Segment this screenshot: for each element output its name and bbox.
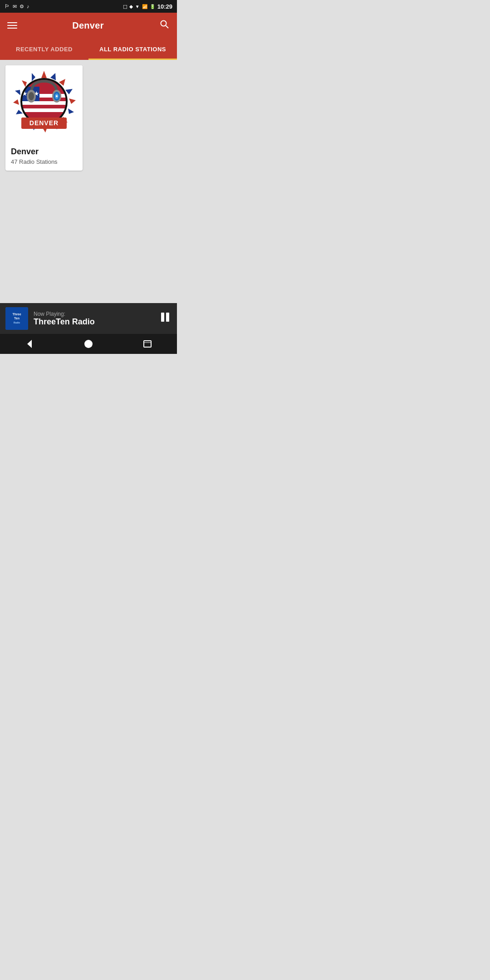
denver-logo-svg: ★★★ ★★ [8, 68, 80, 140]
now-playing-title: ThreeTen Radio [34, 317, 153, 327]
now-playing-thumbnail: Three Ten Radio [5, 307, 28, 330]
status-bar: 🏳 ✉ ⚙ ♪ ⬚ ◆ ▼ 📶 🔋 10:29 [0, 0, 177, 13]
svg-text:Three: Three [12, 313, 21, 316]
svg-rect-21 [21, 101, 67, 105]
station-count: 47 Radio Stations [11, 158, 77, 165]
station-card-info: Denver 47 Radio Stations [5, 142, 83, 171]
now-playing-thumb-inner: Three Ten Radio [5, 307, 28, 330]
status-left-icons: 🏳 ✉ ⚙ ♪ [5, 3, 29, 10]
menu-button[interactable] [7, 22, 17, 29]
home-button[interactable] [79, 335, 98, 353]
svg-point-44 [84, 340, 93, 348]
svg-point-33 [29, 92, 34, 100]
svg-marker-13 [16, 110, 23, 114]
status-right-icons: ⬚ ◆ ▼ 📶 🔋 10:29 [123, 3, 172, 10]
app-title: Denver [72, 20, 104, 31]
app-icon-4: ♪ [27, 4, 29, 9]
tab-all-radio-stations[interactable]: ALL RADIO STATIONS [88, 38, 177, 60]
station-card-denver[interactable]: ★★★ ★★ [5, 65, 83, 171]
station-card-image: ★★★ ★★ [5, 65, 83, 142]
svg-point-0 [161, 21, 167, 26]
svg-point-32 [56, 95, 58, 97]
cast-icon: ⬚ [123, 4, 127, 9]
svg-text:Ten: Ten [14, 317, 20, 320]
now-playing-bar[interactable]: Three Ten Radio Now Playing: ThreeTen Ra… [0, 303, 177, 334]
now-playing-info: Now Playing: ThreeTen Radio [34, 311, 153, 327]
app-bar: Denver [0, 13, 177, 38]
svg-rect-42 [166, 313, 169, 322]
svg-text:Radio: Radio [14, 321, 20, 324]
svg-rect-22 [21, 108, 67, 112]
app-icon-2: ✉ [13, 4, 17, 10]
svg-rect-45 [144, 341, 151, 347]
tab-recently-added[interactable]: RECENTLY ADDED [0, 38, 88, 60]
svg-marker-14 [13, 99, 19, 105]
svg-marker-5 [65, 89, 73, 94]
back-button[interactable] [20, 335, 39, 353]
station-name: Denver [11, 147, 77, 157]
svg-marker-43 [27, 340, 32, 348]
svg-marker-6 [69, 98, 76, 104]
now-playing-label: Now Playing: [34, 311, 153, 317]
time-display: 10:29 [157, 3, 172, 10]
svg-marker-16 [22, 80, 27, 87]
svg-marker-7 [68, 108, 74, 114]
cellular-icon: 📶 [142, 4, 147, 9]
signal-icon: ◆ [129, 4, 133, 9]
svg-text:DENVER: DENVER [29, 119, 59, 127]
svg-marker-2 [41, 71, 47, 78]
navigation-bar [0, 334, 177, 354]
app-icon-1: 🏳 [5, 3, 10, 10]
search-button[interactable] [159, 19, 170, 32]
tabs-container: RECENTLY ADDED ALL RADIO STATIONS [0, 38, 177, 60]
svg-marker-15 [15, 90, 20, 95]
svg-line-1 [166, 26, 169, 29]
wifi-icon: ▼ [135, 4, 140, 9]
content-area: ★★★ ★★ [0, 60, 177, 321]
recents-button[interactable] [138, 335, 157, 353]
svg-rect-41 [161, 313, 164, 322]
pause-button[interactable] [159, 311, 172, 326]
battery-icon: 🔋 [150, 4, 155, 9]
app-icon-3: ⚙ [20, 4, 24, 10]
